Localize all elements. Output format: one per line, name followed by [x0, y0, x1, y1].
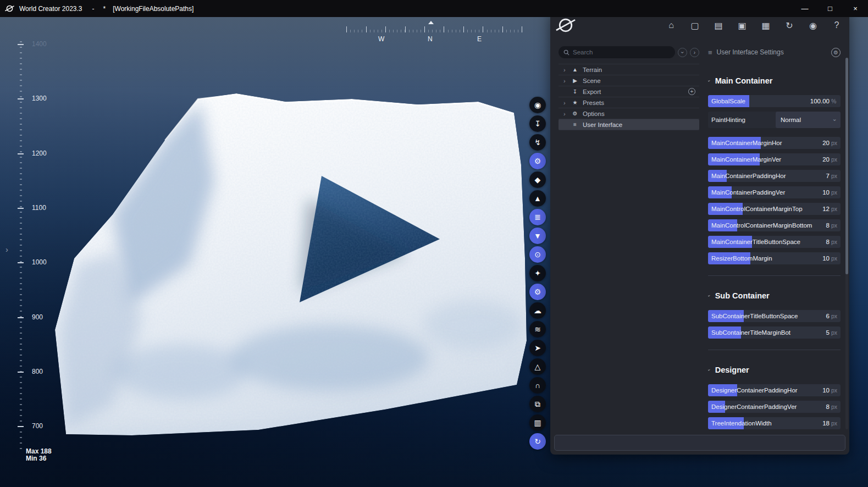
maximize-icon: □: [828, 4, 832, 13]
ruler-label: 800: [32, 368, 43, 375]
setting-value: 5: [826, 329, 830, 336]
search-box[interactable]: [559, 46, 675, 58]
ruler-tick: [18, 317, 24, 318]
volcano-button[interactable]: ▲: [529, 190, 546, 207]
volcano-icon: ▲: [534, 195, 541, 202]
gears-button[interactable]: ⚙: [529, 153, 546, 169]
chevron-right-icon: ›: [694, 49, 695, 56]
reset-rotation-button[interactable]: ↻: [529, 433, 546, 450]
viewport-toolbar: ◉↧↯⚙◆▲≣▼⊙✦⚙☁≋➤△∩⧉▥↻: [529, 97, 546, 450]
setting-maincontrolcontainermarginbottom[interactable]: MainControlContainerMarginBottom8px: [708, 219, 841, 231]
open-folder-button[interactable]: ▤: [713, 19, 724, 32]
tree-item-terrain[interactable]: ›▲Terrain: [559, 64, 699, 75]
tree-item-label: User Interface: [583, 121, 699, 128]
search-input[interactable]: [573, 49, 670, 56]
setting-value: 18: [822, 420, 830, 427]
setting-subcontainertitlebuttonspace[interactable]: SubContainerTitleButtonSpace6px: [708, 310, 841, 322]
setting-maincontainerpaddinghor[interactable]: MainContainerPaddingHor7px: [708, 170, 841, 182]
new-file-button[interactable]: ▢: [689, 19, 700, 32]
sync-icon: ↻: [786, 20, 793, 31]
bar-chart-button[interactable]: ▥: [529, 414, 546, 431]
duplicate-button[interactable]: ⧉: [529, 396, 546, 412]
tree-item-presets[interactable]: ›★Presets: [559, 97, 699, 108]
painthinting-dropdown[interactable]: Normal›: [776, 112, 841, 128]
elevation-stats: Max 188 Min 36: [26, 448, 52, 462]
scrollbar-thumb[interactable]: [845, 58, 848, 274]
save-as-button[interactable]: ▦: [760, 19, 771, 32]
filter-button[interactable]: ▼: [529, 228, 546, 244]
droplet-button[interactable]: ◆: [529, 171, 546, 188]
setting-unit: %: [831, 98, 841, 104]
setting-label: MainControlContainerMarginBottom: [708, 222, 812, 229]
section-title: Designer: [715, 366, 749, 374]
maximize-button[interactable]: □: [817, 0, 843, 17]
droplet-icon: ◆: [535, 176, 541, 184]
collapse-all-button[interactable]: ›: [678, 48, 687, 57]
left-panel-expand-button[interactable]: ›: [5, 245, 8, 254]
tree-item-export[interactable]: ↧Export+: [559, 86, 699, 97]
compass-ticks: [346, 26, 522, 32]
help-button[interactable]: ?: [831, 19, 842, 32]
working-file-name: [WorkingFileAbsolutePaths]: [113, 5, 193, 13]
wind-button[interactable]: ➤: [529, 340, 546, 356]
expand-all-button[interactable]: ›: [690, 48, 699, 57]
bar-chart-icon: ▥: [534, 419, 541, 427]
ruler-label: 1400: [32, 40, 47, 48]
setting-unit: px: [831, 329, 841, 336]
settings-gear-button[interactable]: ⚙: [529, 284, 546, 300]
section-title: Sub Container: [715, 291, 770, 300]
setting-maincontainertitlebuttonspace[interactable]: MainContainerTitleButtonSpace8px: [708, 236, 841, 248]
setting-designercontainerpaddinghor[interactable]: DesignerContainerPaddingHor10px: [708, 384, 841, 396]
add-export-button[interactable]: +: [688, 88, 695, 95]
eye-button[interactable]: ⊙: [529, 246, 546, 263]
import-button[interactable]: ↧: [529, 115, 546, 132]
setting-resizerbottommargin[interactable]: ResizerBottomMargin10px: [708, 252, 841, 264]
chevron-down-icon: ›: [708, 295, 712, 297]
layers-button[interactable]: ≣: [529, 209, 546, 225]
setting-treeintendationwidth[interactable]: TreeIntendationWidth18px: [708, 417, 841, 429]
setting-maincontainerpaddingver[interactable]: MainContainerPaddingVer10px: [708, 186, 841, 198]
lightning-button[interactable]: ↯: [529, 134, 546, 151]
chevron-down-icon: ›: [708, 369, 712, 371]
settings-header: ≡ User Interface Settings ⚙: [708, 46, 841, 59]
tree-item-scene[interactable]: ›▶Scene: [559, 75, 699, 86]
setting-value: 8: [826, 403, 830, 410]
setting-label: SubContainerTitleButtonSpace: [708, 313, 798, 319]
waves-button[interactable]: ≋: [529, 321, 546, 337]
sparkles-button[interactable]: ✦: [529, 265, 546, 281]
setting-globalscale[interactable]: GlobalScale100.00%: [708, 95, 841, 107]
panel-tree: ›▲Terrain›▶Scene↧Export+›★Presets›⚙Optio…: [559, 64, 699, 130]
setting-unit: px: [831, 222, 841, 229]
setting-maincontrolcontainermargintop[interactable]: MainControlContainerMarginTop12px: [708, 203, 841, 215]
chevron-right-icon: ›: [563, 99, 567, 106]
section-header-sub-container[interactable]: ›Sub Container: [708, 289, 841, 302]
compass-east: E: [477, 35, 482, 43]
close-button[interactable]: ×: [843, 0, 868, 17]
ruler-tick: [18, 98, 24, 99]
minimize-button[interactable]: —: [792, 0, 817, 17]
section-divider: [708, 350, 841, 350]
setting-label: GlobalScale: [708, 98, 745, 104]
hills-button[interactable]: △: [529, 358, 546, 375]
setting-subcontainertitlemarginbot[interactable]: SubContainerTitleMarginBot5px: [708, 326, 841, 339]
cloud-button[interactable]: ☁: [529, 302, 546, 319]
tree-item-user-interface[interactable]: ≡User Interface: [559, 119, 699, 130]
save-button[interactable]: ▣: [737, 19, 748, 32]
section-header-designer[interactable]: ›Designer: [708, 363, 841, 377]
sync-button[interactable]: ↻: [784, 19, 795, 32]
section-header-main-container[interactable]: ›Main Container: [708, 74, 841, 87]
setting-maincontainermarginver[interactable]: MainContainerMarginVer20px: [708, 153, 841, 165]
chevron-right-icon: ›: [563, 78, 567, 84]
camera-icon: ◉: [809, 20, 817, 31]
home-button[interactable]: ⌂: [666, 19, 677, 32]
settings-title: User Interface Settings: [717, 48, 827, 56]
settings-options-button[interactable]: ⚙: [831, 48, 841, 57]
titlebar: World Creator 2023.3 - * [WorkingFileAbs…: [0, 0, 868, 17]
setting-value: 10: [822, 255, 830, 262]
tree-item-options[interactable]: ›⚙Options: [559, 108, 699, 119]
record-button[interactable]: ◉: [529, 97, 546, 113]
cave-button[interactable]: ∩: [529, 377, 546, 394]
camera-button[interactable]: ◉: [808, 19, 819, 32]
setting-maincontainermarginhor[interactable]: MainContainerMarginHor20px: [708, 137, 841, 149]
setting-designercontainerpaddingver[interactable]: DesignerContainerPaddingVer8px: [708, 401, 841, 413]
